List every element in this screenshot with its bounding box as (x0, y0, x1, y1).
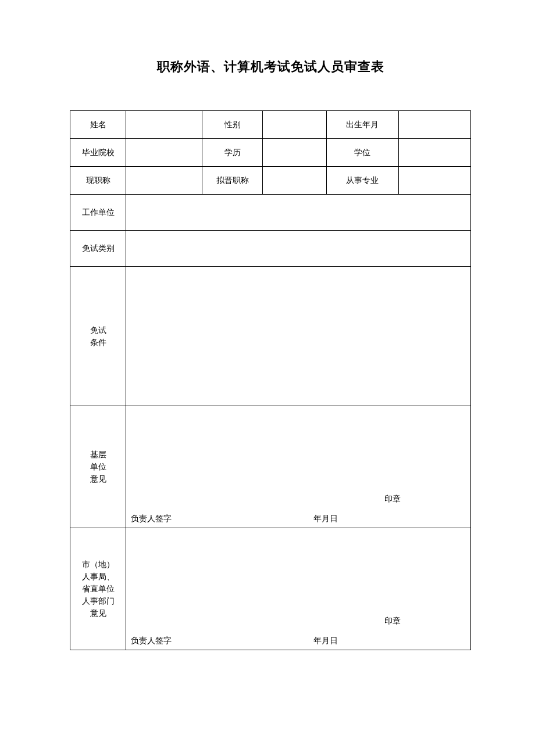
table-row: 现职称 拟晋职称 从事专业 (70, 167, 471, 195)
value-exempt-category (126, 231, 471, 267)
label-base-unit-opinion: 基层 单位 意见 (70, 406, 126, 528)
table-row: 市（地） 人事局、 省直单位 人事部门 意见 印章 负责人签字 年月日 (70, 528, 471, 650)
value-work-unit (126, 195, 471, 231)
value-exempt-conditions (126, 267, 471, 406)
value-school (126, 139, 202, 167)
label-major: 从事专业 (326, 167, 398, 195)
date-label: 年月日 (313, 514, 338, 523)
value-name (126, 111, 202, 139)
table-row: 免试类别 (70, 231, 471, 267)
label-degree: 学位 (326, 139, 398, 167)
form-table: 姓名 性别 出生年月 毕业院校 学历 学位 现职称 拟晋职称 从事专业 工作单位 (70, 110, 471, 650)
sign-label: 负责人签字 (131, 514, 172, 524)
label-name: 姓名 (70, 111, 126, 139)
value-current-title (126, 167, 202, 195)
stamp-label: 印章 (384, 616, 401, 626)
value-major (398, 167, 470, 195)
value-education (262, 139, 326, 167)
table-row: 毕业院校 学历 学位 (70, 139, 471, 167)
table-row: 姓名 性别 出生年月 (70, 111, 471, 139)
label-exempt-conditions: 免试 条件 (70, 267, 126, 406)
date-label: 年月日 (313, 636, 338, 645)
label-exempt-category: 免试类别 (70, 231, 126, 267)
document-page: 职称外语、计算机考试免试人员审查表 姓名 性别 出生年月 毕业院校 学历 学位 … (0, 0, 535, 650)
label-school: 毕业院校 (70, 139, 126, 167)
label-gender: 性别 (202, 111, 262, 139)
value-base-unit-opinion: 印章 负责人签字 年月日 (126, 406, 471, 528)
label-education: 学历 (202, 139, 262, 167)
table-row: 基层 单位 意见 印章 负责人签字 年月日 (70, 406, 471, 528)
table-row: 免试 条件 (70, 267, 471, 406)
table-row: 工作单位 (70, 195, 471, 231)
value-degree (398, 139, 470, 167)
label-city-dept-opinion: 市（地） 人事局、 省直单位 人事部门 意见 (70, 528, 126, 650)
value-gender (262, 111, 326, 139)
label-dob: 出生年月 (326, 111, 398, 139)
value-city-dept-opinion: 印章 负责人签字 年月日 (126, 528, 471, 650)
sign-label: 负责人签字 (131, 636, 172, 646)
stamp-label: 印章 (384, 494, 401, 504)
value-dob (398, 111, 470, 139)
label-work-unit: 工作单位 (70, 195, 126, 231)
label-proposed-title: 拟晋职称 (202, 167, 262, 195)
page-title: 职称外语、计算机考试免试人员审查表 (70, 58, 471, 76)
label-current-title: 现职称 (70, 167, 126, 195)
value-proposed-title (262, 167, 326, 195)
